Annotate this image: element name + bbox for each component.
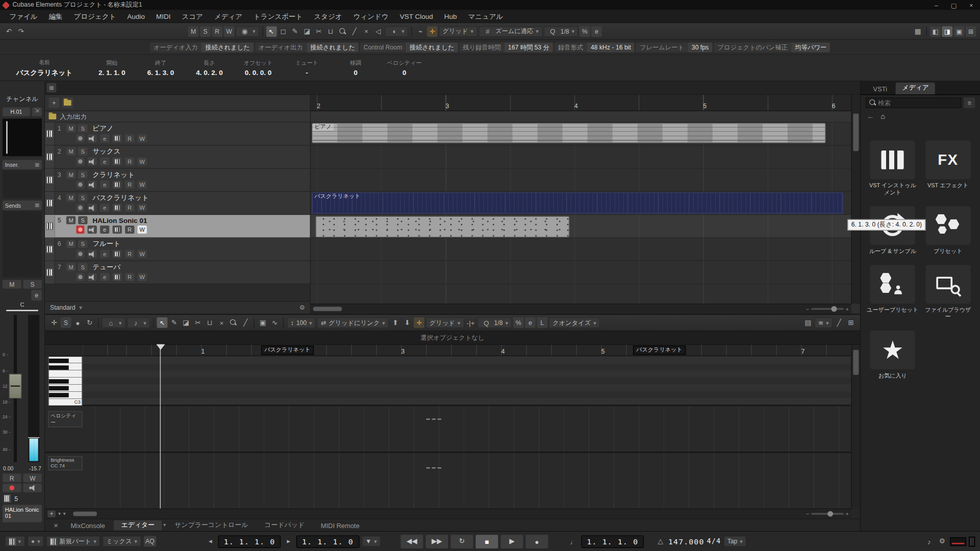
add-track-button[interactable]: + <box>49 97 60 108</box>
line-tool[interactable]: ╱ <box>240 317 251 328</box>
mute-button[interactable]: M <box>66 124 76 133</box>
redo-icon[interactable]: ↷ <box>16 26 27 37</box>
tile-presets[interactable]: プリセット <box>922 206 974 255</box>
track-name[interactable]: テューバ <box>92 262 120 271</box>
tab-editor[interactable]: エディター <box>114 520 162 530</box>
channel-mute-button[interactable]: M <box>3 280 21 289</box>
monitor-button[interactable] <box>87 226 96 234</box>
menu-score[interactable]: スコア <box>176 12 208 21</box>
automation-mode-dropdown[interactable]: ◉ <box>236 26 259 37</box>
cycle-button[interactable]: ↻ <box>451 535 473 548</box>
info-start[interactable]: 開始2. 1. 1. 0 <box>87 55 136 81</box>
object-selection-tool[interactable]: ↖ <box>157 317 167 328</box>
channel-read-button[interactable]: R <box>3 473 21 482</box>
track-row-clarinet[interactable]: 3MSクラリネット eRW <box>45 169 310 192</box>
auto-quantize-button[interactable]: AQ <box>143 536 156 547</box>
time-signature[interactable]: 4/4 <box>707 537 721 545</box>
scroll-thumb[interactable] <box>853 114 859 151</box>
timeline-ruler[interactable]: 2 3 4 5 6 <box>311 95 851 111</box>
mute-tool[interactable]: × <box>361 26 372 37</box>
info-mute[interactable]: ミュート- <box>282 55 331 81</box>
right-locator-icon[interactable]: ▸ <box>283 536 294 547</box>
color-icon[interactable]: ▣ <box>258 317 268 328</box>
channel-record-enable-button[interactable] <box>3 484 21 492</box>
channel-open-icon[interactable]: ⇲ <box>32 108 42 116</box>
back-icon[interactable]: ← <box>867 112 874 120</box>
right-locator-display[interactable]: 1. 1. 1. 0 <box>297 535 359 547</box>
write-button[interactable]: W <box>137 204 146 212</box>
edit-channel-button[interactable]: e <box>100 250 109 258</box>
midi-event-piano[interactable]: ピアノ <box>312 123 826 143</box>
menu-studio[interactable]: スタジオ <box>308 12 348 21</box>
close-lower-zone-icon[interactable]: × <box>50 521 62 530</box>
length-quantize-dropdown[interactable]: クオンタイズ <box>549 317 600 328</box>
pin-icon[interactable]: ✛ <box>49 317 60 328</box>
event-colors-icon[interactable]: ▤ <box>802 317 813 328</box>
mute-button[interactable]: M <box>66 216 76 224</box>
snap-button[interactable]: ✛ <box>427 26 437 37</box>
tab-chord-pads[interactable]: コードパッド <box>257 520 312 530</box>
track-name[interactable]: ピアノ <box>92 123 113 133</box>
tile-vst-effects[interactable]: FX VST エフェクト <box>922 141 974 196</box>
info-transpose[interactable]: 移調0 <box>331 55 380 81</box>
read-button[interactable]: R <box>125 250 134 258</box>
edit-instrument-button[interactable] <box>112 273 121 281</box>
tile-favorites[interactable]: ★ お気に入り <box>867 331 918 380</box>
editor-horizontal-scrollbar[interactable]: + ▾ ▾ − + <box>45 509 851 519</box>
info-velocity[interactable]: ベロシティー0 <box>380 55 429 81</box>
cc-lane-label[interactable]: Brightness CC 74 <box>48 456 82 470</box>
edit-instrument-button[interactable] <box>112 181 121 189</box>
track-name[interactable]: バスクラリネット <box>92 193 149 202</box>
layer-dropdown[interactable]: ≋ <box>815 317 832 328</box>
inserts-slot[interactable] <box>3 170 42 198</box>
editor-home-dropdown[interactable]: ⌂ <box>102 317 126 328</box>
grid-type-dropdown[interactable]: グリッド <box>439 26 477 37</box>
search-input[interactable] <box>878 99 958 106</box>
go-to-start-button[interactable]: ◀◀ <box>401 535 423 548</box>
arrange-lanes[interactable]: ピアノ バスクラリネット <box>311 111 851 304</box>
menu-window[interactable]: ウィンドウ <box>348 12 394 21</box>
status-audio-output[interactable]: オーディオ出力接続されました <box>255 42 358 53</box>
quantize-panel-button[interactable]: e <box>525 317 536 328</box>
edit-channel-button[interactable]: e <box>100 204 109 212</box>
acoustic-feedback-dropdown[interactable]: ♪ <box>127 317 150 328</box>
iterative-quantize-button[interactable]: % <box>513 317 524 328</box>
split-tool[interactable]: ✂ <box>192 317 203 328</box>
tab-mixconsole[interactable]: MixConsole <box>63 521 113 530</box>
scroll-thumb[interactable] <box>313 307 341 311</box>
split-tool[interactable]: ✂ <box>313 26 324 37</box>
tab-sampler-control[interactable]: サンプラーコントロール <box>167 520 256 530</box>
editor-body[interactable]: 1 3 4 5 7 バスクラリネット バスクラリネット <box>45 345 860 518</box>
channel-solo-button[interactable]: S <box>23 280 42 289</box>
track-row-sax[interactable]: 2MSサックス eRW <box>45 145 310 168</box>
tab-midi-remote[interactable]: MIDI Remote <box>313 521 367 530</box>
menu-file[interactable]: ファイル <box>4 12 43 21</box>
maximize-button[interactable]: ▢ <box>945 0 962 10</box>
mute-button[interactable]: M <box>66 170 76 179</box>
pan-slider[interactable] <box>6 310 38 311</box>
read-button[interactable]: R <box>125 226 134 234</box>
track-row-bass-clarinet[interactable]: 4MSバスクラリネット eRW <box>45 192 310 215</box>
grid-relative-icon[interactable]: -|+ <box>465 317 476 328</box>
read-button[interactable]: R <box>125 134 134 142</box>
info-name[interactable]: 名前バスクラリネット <box>1 55 87 81</box>
quantize-preset-dropdown[interactable]: Q1/8 <box>544 26 578 37</box>
zoom-in-button[interactable]: + <box>845 306 848 312</box>
line-tool[interactable]: ╱ <box>349 26 360 37</box>
draw-tool[interactable]: ✎ <box>169 317 180 328</box>
piano-keyboard[interactable]: C3 <box>48 356 82 406</box>
monitor-button[interactable] <box>87 250 96 258</box>
edit-instrument-button[interactable] <box>112 158 121 166</box>
record-enable-button[interactable] <box>76 158 84 166</box>
menu-manual[interactable]: マニュアル <box>462 12 509 21</box>
track-name[interactable]: HALion Sonic 01 <box>92 216 147 224</box>
fader-level-value[interactable]: 0.00 <box>3 465 13 471</box>
track-name[interactable]: フルート <box>92 239 120 248</box>
record-mode-dropdown[interactable]: ● <box>27 536 44 547</box>
chevron-down-icon[interactable]: ▾ <box>163 522 166 528</box>
tile-vst-instruments[interactable]: VST インストゥルメント <box>867 141 918 196</box>
solo-button[interactable]: S <box>78 263 87 271</box>
zoom-tool[interactable] <box>228 317 239 328</box>
midi-event-halion-sonic[interactable] <box>315 216 569 238</box>
tempo-value[interactable]: 147.000 <box>668 537 704 545</box>
